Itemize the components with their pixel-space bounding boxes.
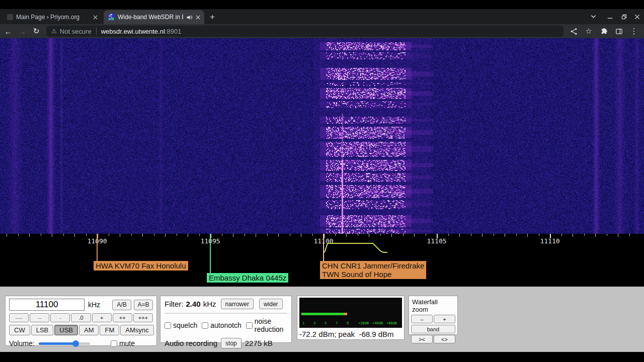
autonotch-checkbox-label: autonotch bbox=[202, 321, 242, 329]
scale-tick bbox=[41, 234, 41, 236]
frequency-input[interactable] bbox=[9, 299, 85, 311]
scale-tick bbox=[29, 234, 30, 237]
tuning-pointer[interactable] bbox=[324, 234, 324, 261]
step-round-button[interactable]: .0 bbox=[71, 313, 91, 322]
share-icon[interactable] bbox=[569, 26, 579, 36]
scale-tick bbox=[290, 234, 290, 236]
zoom-band-button[interactable]: band bbox=[411, 325, 455, 333]
filter-label: Filter: bbox=[165, 300, 184, 308]
url-port: :8901 bbox=[165, 28, 182, 35]
scale-tick-label: 11110 bbox=[540, 237, 559, 245]
squelch-checkbox-label: squelch bbox=[165, 321, 197, 329]
scale-tick bbox=[301, 234, 301, 237]
window-restore-button[interactable] bbox=[618, 11, 629, 22]
tab-close-icon[interactable] bbox=[196, 15, 200, 20]
mode-am-button[interactable]: AM bbox=[79, 325, 99, 335]
scale-tick bbox=[607, 234, 607, 236]
scale-tick bbox=[380, 234, 381, 236]
zoom-expand-button[interactable]: <> bbox=[434, 335, 455, 343]
mode-cw-button[interactable]: CW bbox=[9, 325, 30, 335]
khz-label: kHz bbox=[88, 301, 100, 309]
station-label[interactable]: CHN CNR1 Jammer/FiredrakeTWN Sound of Ho… bbox=[320, 261, 426, 279]
frequency-scale-area[interactable]: 1109011095111001110511110 HWA KVM70 Fax … bbox=[0, 234, 644, 287]
narrower-button[interactable]: narrower bbox=[221, 299, 254, 309]
volume-slider[interactable] bbox=[39, 342, 90, 345]
wider-button[interactable]: wider bbox=[259, 299, 283, 309]
back-button[interactable]: ← bbox=[2, 25, 14, 37]
station-label[interactable]: Embassy Dhaka 0445z bbox=[207, 273, 288, 283]
recording-size: 2275 kB bbox=[245, 339, 273, 347]
reload-button[interactable]: ↻ bbox=[30, 25, 42, 37]
smeter-display: 13579+20dB+40dB+60dB bbox=[299, 298, 402, 328]
step-up3-button[interactable]: +++ bbox=[133, 313, 153, 322]
filter-panel: Filter: 2.40 kHz narrower wider squelch … bbox=[160, 296, 292, 343]
stop-recording-button[interactable]: stop bbox=[221, 338, 242, 348]
letterbox-top bbox=[0, 0, 644, 9]
smeter-scale-label: 5 bbox=[325, 321, 327, 325]
window-minimize-button[interactable] bbox=[604, 11, 615, 22]
scale-tick bbox=[154, 234, 154, 236]
filter-bandwidth-value: 2.40 bbox=[186, 300, 201, 308]
signal-strength-reading: -72.2 dBm; peak -68.9 dBm bbox=[299, 330, 402, 338]
smeter-scale-label: +40dB bbox=[372, 321, 383, 325]
control-area: kHz A/B A=B ---- -- - .0 + ++ +++ CW LSB… bbox=[0, 287, 644, 352]
extensions-puzzle-icon[interactable] bbox=[599, 26, 609, 36]
mode-lsb-button[interactable]: LSB bbox=[31, 325, 54, 335]
tab-close-icon[interactable] bbox=[93, 15, 98, 20]
scale-tick bbox=[63, 234, 64, 236]
scale-tick bbox=[391, 234, 392, 237]
ab-toggle-button[interactable]: A/B bbox=[112, 300, 131, 310]
mode-amsync-button[interactable]: AMsync bbox=[120, 325, 153, 335]
tab-websdr[interactable]: Wide-band WebSDR in Ensc bbox=[104, 10, 204, 24]
zoom-in-button[interactable]: + bbox=[434, 315, 455, 323]
mode-fm-button[interactable]: FM bbox=[100, 325, 119, 335]
mute-checkbox[interactable] bbox=[111, 340, 117, 347]
waterfall-canvas[interactable] bbox=[0, 38, 644, 234]
step-up1-button[interactable]: + bbox=[92, 313, 112, 322]
smeter-scale-label: 9 bbox=[347, 321, 349, 325]
scale-tick bbox=[245, 234, 245, 236]
letterbox-bottom bbox=[0, 352, 644, 362]
scale-tick bbox=[18, 234, 19, 236]
scale-tick bbox=[256, 234, 256, 237]
station-label[interactable]: HWA KVM70 Fax Honolulu bbox=[94, 261, 188, 270]
window-close-button[interactable] bbox=[631, 11, 642, 22]
tab-audio-icon[interactable] bbox=[186, 14, 193, 21]
noise-reduction-checkbox[interactable] bbox=[246, 322, 253, 329]
websdr-favicon bbox=[108, 14, 115, 21]
scale-tick bbox=[459, 234, 460, 237]
step-down2-button[interactable]: -- bbox=[30, 313, 49, 322]
step-down3-button[interactable]: ---- bbox=[9, 313, 29, 322]
tab-strip: Main Page › Priyom.org Wide-band WebSDR … bbox=[0, 9, 644, 24]
volume-slider-thumb[interactable] bbox=[72, 340, 79, 347]
zoom-out-button[interactable]: – bbox=[411, 315, 433, 323]
scale-tick bbox=[358, 234, 358, 236]
step-down1-button[interactable]: - bbox=[50, 313, 70, 322]
waterfall-zoom-panel: Waterfall zoom – + band >< <> bbox=[409, 296, 458, 335]
squelch-checkbox[interactable] bbox=[165, 322, 171, 329]
address-bar[interactable]: ⚠ Not secure websdr.ewi.utwente.nl :8901 bbox=[46, 26, 564, 37]
scale-tick bbox=[188, 234, 188, 237]
autonotch-checkbox[interactable] bbox=[202, 322, 208, 329]
tab-search-chevron-icon[interactable] bbox=[588, 11, 599, 22]
zoom-shrink-button[interactable]: >< bbox=[411, 335, 433, 343]
new-tab-button[interactable]: + bbox=[207, 12, 217, 22]
side-panel-icon[interactable] bbox=[614, 26, 624, 36]
priyom-favicon bbox=[7, 14, 13, 20]
frequency-panel: kHz A/B A=B ---- -- - .0 + ++ +++ CW LSB… bbox=[5, 296, 157, 346]
smeter-scale-label: 7 bbox=[336, 321, 338, 325]
scale-tick bbox=[199, 234, 200, 236]
mode-usb-button[interactable]: USB bbox=[54, 325, 78, 335]
ab-copy-button[interactable]: A=B bbox=[134, 300, 153, 310]
menu-kebab-icon[interactable]: ⋮ bbox=[629, 26, 639, 36]
waterfall-zoom-title: Waterfall zoom bbox=[411, 298, 455, 313]
scale-tick bbox=[267, 234, 268, 236]
tab-priyom[interactable]: Main Page › Priyom.org bbox=[3, 10, 102, 24]
scale-tick bbox=[165, 234, 166, 237]
bookmark-star-icon[interactable]: ☆ bbox=[584, 26, 594, 36]
scale-tick bbox=[482, 234, 482, 237]
scale-tick bbox=[426, 234, 426, 236]
forward-button[interactable]: → bbox=[16, 25, 28, 37]
step-up2-button[interactable]: ++ bbox=[113, 313, 132, 322]
scale-tick bbox=[595, 234, 596, 237]
